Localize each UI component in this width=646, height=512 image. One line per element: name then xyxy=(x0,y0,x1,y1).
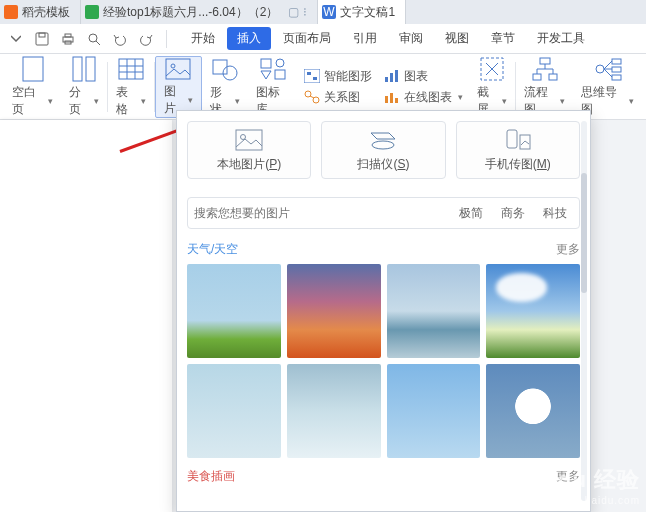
tab-bookmark-icon: ⁝ xyxy=(303,5,307,19)
print-button[interactable] xyxy=(56,27,80,51)
svg-rect-23 xyxy=(261,59,271,68)
menu-dropdown-button[interactable] xyxy=(4,27,28,51)
chevron-down-icon: ▾ xyxy=(629,96,634,106)
chip-business[interactable]: 商务 xyxy=(495,203,531,224)
svg-rect-52 xyxy=(612,75,621,80)
more-link[interactable]: 更多 xyxy=(556,241,580,258)
watermark: Baidu 经验 jingyan.baidu.com xyxy=(521,465,640,506)
flowchart-icon xyxy=(532,56,558,82)
document-page[interactable] xyxy=(0,120,172,512)
label: 智能图形 xyxy=(324,68,372,85)
app-icon xyxy=(85,5,99,19)
svg-rect-21 xyxy=(213,60,227,74)
section-title: 美食插画 xyxy=(187,468,235,485)
svg-rect-1 xyxy=(85,5,99,19)
scanner-button[interactable]: 扫描仪(S) xyxy=(321,121,445,179)
thumbnail-grid xyxy=(187,264,580,458)
watermark-url: jingyan.baidu.com xyxy=(521,495,640,506)
chevron-down-icon: ▾ xyxy=(502,96,507,106)
tab-start[interactable]: 开始 xyxy=(181,27,225,50)
watermark-brand: Baidu 经验 xyxy=(521,465,640,495)
svg-rect-27 xyxy=(304,69,320,83)
page-break-icon xyxy=(72,56,96,82)
screenshot-button[interactable]: 截屏▾ xyxy=(469,56,515,118)
svg-rect-29 xyxy=(313,77,317,80)
tab-review[interactable]: 审阅 xyxy=(389,27,433,50)
document-tabs: 稻壳模板 经验top1标题六月...-6.04）（2） ▢ ⁝ W 文字文稿1 xyxy=(0,0,646,24)
doc-tab-label: 文字文稿1 xyxy=(340,4,395,21)
svg-rect-44 xyxy=(549,74,557,80)
image-thumbnail[interactable] xyxy=(287,364,381,458)
image-thumbnail[interactable] xyxy=(387,264,481,358)
doc-tab-current[interactable]: W 文字文稿1 xyxy=(318,0,406,24)
image-thumbnail[interactable] xyxy=(486,364,580,458)
scrollbar[interactable] xyxy=(581,121,587,501)
tab-view[interactable]: 视图 xyxy=(435,27,479,50)
image-thumbnail[interactable] xyxy=(387,364,481,458)
label: 手机传图(M) xyxy=(485,156,551,173)
svg-rect-12 xyxy=(73,57,82,81)
menu-tabs: 开始 插入 页面布局 引用 审阅 视图 章节 开发工具 xyxy=(181,27,595,50)
doc-tab-template[interactable]: 稻壳模板 xyxy=(0,0,81,24)
mindmap-icon xyxy=(594,56,622,82)
shape-button[interactable]: 形状▾ xyxy=(202,56,248,118)
chevron-down-icon: ▾ xyxy=(48,96,53,106)
tab-devtools[interactable]: 开发工具 xyxy=(527,27,595,50)
section-weather: 天气/天空 更多 xyxy=(177,233,590,462)
relation-icon xyxy=(304,89,320,105)
print-preview-button[interactable] xyxy=(82,27,106,51)
tab-reference[interactable]: 引用 xyxy=(343,27,387,50)
local-picture-button[interactable]: 本地图片(P) xyxy=(187,121,311,179)
smart-art-button[interactable]: 智能图形 xyxy=(304,68,372,85)
svg-rect-33 xyxy=(385,77,388,82)
scanner-icon xyxy=(369,128,397,152)
image-thumbnail[interactable] xyxy=(486,264,580,358)
chip-tech[interactable]: 科技 xyxy=(537,203,573,224)
doc-tab-experience[interactable]: 经验top1标题六月...-6.04）（2） ▢ ⁝ xyxy=(81,0,318,24)
svg-rect-35 xyxy=(395,70,398,82)
image-thumbnail[interactable] xyxy=(287,264,381,358)
relation-chart-button[interactable]: 关系图 xyxy=(304,89,372,106)
picture-button[interactable]: 图片▾ xyxy=(155,56,203,118)
blank-page-button[interactable]: 空白页▾ xyxy=(4,56,61,118)
chevron-down-icon: ▾ xyxy=(141,96,146,106)
tab-insert[interactable]: 插入 xyxy=(227,27,271,50)
page-break-button[interactable]: 分页▾ xyxy=(61,56,107,118)
chevron-down-icon: ▾ xyxy=(188,95,193,105)
chart-group: 智能图形 关系图 xyxy=(298,68,378,106)
label: 表格 xyxy=(116,84,139,118)
undo-button[interactable] xyxy=(108,27,132,51)
label: 在线图表 xyxy=(404,89,452,106)
tab-layout[interactable]: 页面布局 xyxy=(273,27,341,50)
app-icon: W xyxy=(322,5,336,19)
tab-chapter[interactable]: 章节 xyxy=(481,27,525,50)
icons-icon xyxy=(260,56,286,82)
chart-icon xyxy=(384,68,400,84)
mindmap-button[interactable]: 思维导图▾ xyxy=(573,56,642,118)
doc-tab-label: 稻壳模板 xyxy=(22,4,70,21)
svg-point-58 xyxy=(372,141,394,149)
svg-rect-51 xyxy=(612,67,621,72)
scroll-thumb[interactable] xyxy=(581,173,587,293)
svg-point-9 xyxy=(89,34,97,42)
chip-minimal[interactable]: 极简 xyxy=(453,203,489,224)
flowchart-button[interactable]: 流程图▾ xyxy=(516,56,573,118)
icon-library-button[interactable]: 图标库 xyxy=(248,56,299,118)
label: 关系图 xyxy=(324,89,360,106)
svg-point-24 xyxy=(276,59,284,67)
svg-marker-25 xyxy=(261,71,271,79)
label: 本地图片(P) xyxy=(217,156,281,173)
svg-point-49 xyxy=(596,65,604,73)
redo-button[interactable] xyxy=(134,27,158,51)
phone-transfer-button[interactable]: 手机传图(M) xyxy=(456,121,580,179)
table-button[interactable]: 表格▾ xyxy=(108,56,154,118)
label: 扫描仪(S) xyxy=(357,156,409,173)
scissors-icon xyxy=(480,56,504,82)
image-thumbnail[interactable] xyxy=(187,264,281,358)
online-chart-button[interactable]: 在线图表▾ xyxy=(384,89,463,106)
save-button[interactable] xyxy=(30,27,54,51)
search-input[interactable] xyxy=(194,206,447,220)
page-icon xyxy=(22,56,44,82)
image-thumbnail[interactable] xyxy=(187,364,281,458)
chart-button[interactable]: 图表 xyxy=(384,68,463,85)
